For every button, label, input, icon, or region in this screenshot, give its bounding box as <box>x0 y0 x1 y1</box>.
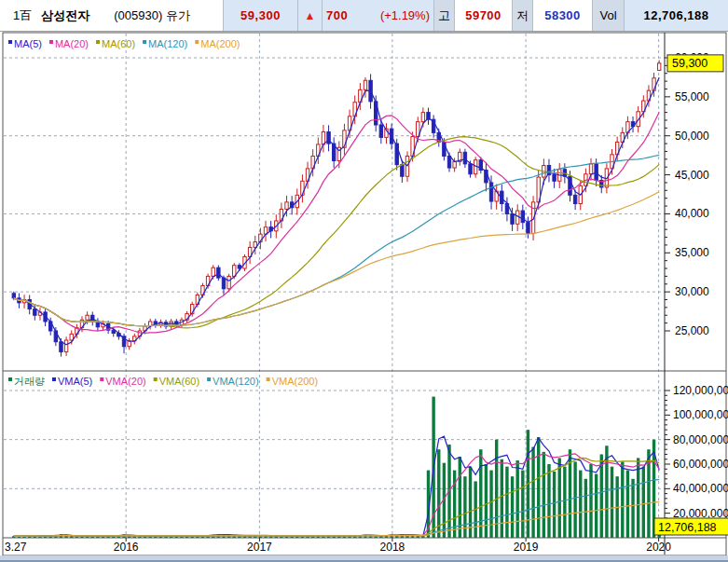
low-label-box: 저 <box>513 0 533 31</box>
change-box: 700 (+1.19%) <box>323 0 434 31</box>
stock-chart-window: 1百 삼성전자 (005930) 유가 59,300 ▲ 700 (+1.19%… <box>0 0 728 562</box>
low-label: 저 <box>516 7 529 24</box>
x-tick-label: 3.27 <box>5 541 27 554</box>
svg-text:12,706,188: 12,706,188 <box>658 521 717 534</box>
volume-label-box: Vol <box>593 0 625 31</box>
price-tick-label: 40,000 <box>675 207 709 220</box>
price-tick-label: 35,000 <box>675 246 709 259</box>
x-tick-label: 2016 <box>114 541 139 554</box>
price-tick-label: 55,000 <box>675 90 709 103</box>
current-price-box: 59,300 <box>224 0 298 31</box>
price-change-pct: (+1.19%) <box>380 8 430 22</box>
up-arrow-icon: ▲ <box>305 9 316 22</box>
price-tick-label: 30,000 <box>675 285 709 298</box>
volume-value: 12,706,188 <box>643 8 708 22</box>
price-tick-label: 45,000 <box>675 169 709 182</box>
x-tick-label: 2020 <box>646 541 671 554</box>
volume-tick-label: 40,000,000 <box>673 482 728 495</box>
price-change: 700 <box>326 8 348 22</box>
price-tick-label: 50,000 <box>675 130 709 143</box>
current-price: 59,300 <box>240 8 281 22</box>
volume-tick-label: 60,000,000 <box>673 458 728 471</box>
x-tick-label: 2018 <box>380 541 405 554</box>
volume-label: Vol <box>599 8 616 22</box>
bottom-strip <box>0 555 728 562</box>
svg-text:59,300: 59,300 <box>672 57 707 70</box>
price-tick-label: 25,000 <box>675 324 709 337</box>
high-value: 59700 <box>465 8 501 22</box>
chart-plot-area[interactable] <box>4 34 664 538</box>
stock-code-market: (005930) 유가 <box>114 7 190 24</box>
volume-tick-label: 80,000,000 <box>673 433 728 446</box>
volume-value-box: 12,706,188 <box>625 0 728 31</box>
quote-header: 1百 삼성전자 (005930) 유가 59,300 ▲ 700 (+1.19%… <box>0 0 728 32</box>
low-value: 58300 <box>544 8 581 22</box>
stock-info-segment: 1百 삼성전자 (005930) 유가 <box>0 0 224 31</box>
price-direction-box: ▲ <box>298 0 323 31</box>
volume-tick-label: 120,000,000 <box>673 384 728 397</box>
chart-period-button[interactable]: 1百 <box>13 7 32 24</box>
low-value-box: 58300 <box>533 0 593 31</box>
stock-name: 삼성전자 <box>41 7 89 24</box>
high-value-box: 59700 <box>455 0 513 31</box>
x-tick-label: 2017 <box>247 541 272 554</box>
x-tick-label: 2019 <box>514 541 539 554</box>
high-label-box: 고 <box>434 0 455 31</box>
candlestick-chart-canvas[interactable]: 60,00055,00050,00045,00040,00035,00030,0… <box>0 0 728 562</box>
high-label: 고 <box>438 7 450 24</box>
volume-tick-label: 100,000,000 <box>673 408 728 421</box>
